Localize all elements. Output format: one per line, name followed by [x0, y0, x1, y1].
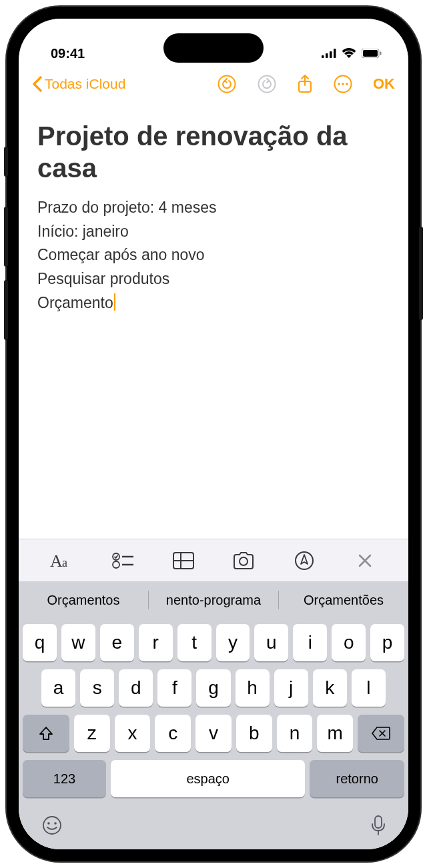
svg-point-12 — [342, 83, 344, 85]
text-cursor — [114, 293, 116, 311]
note-line[interactable]: Início: janeiro — [37, 220, 390, 244]
svg-point-13 — [346, 83, 348, 85]
key-t[interactable]: t — [177, 624, 211, 661]
svg-rect-5 — [363, 50, 378, 57]
svg-rect-28 — [375, 816, 382, 828]
svg-rect-1 — [326, 53, 328, 58]
key-i[interactable]: i — [293, 624, 327, 661]
status-time: 09:41 — [51, 46, 85, 61]
svg-point-18 — [113, 561, 119, 568]
nav-icons: OK — [217, 74, 395, 94]
phone-screen: 09:41 Todas iCloud — [19, 19, 408, 849]
note-editor[interactable]: Projeto de renovação da casa Prazo do pr… — [19, 103, 408, 539]
key-u[interactable]: u — [254, 624, 288, 661]
key-k[interactable]: k — [313, 669, 347, 707]
svg-rect-0 — [322, 55, 324, 58]
note-line[interactable]: Pesquisar produtos — [37, 267, 390, 291]
note-body[interactable]: Prazo do projeto: 4 meses Início: janeir… — [37, 196, 390, 315]
checklist-button[interactable] — [106, 552, 139, 569]
key-l[interactable]: l — [352, 669, 386, 707]
key-n[interactable]: n — [277, 715, 313, 752]
dynamic-island — [163, 33, 264, 63]
key-q[interactable]: q — [23, 624, 57, 661]
navigation-bar: Todas iCloud OK — [19, 65, 408, 103]
note-line[interactable]: Orçamento — [37, 291, 390, 315]
key-row-3: z x c v b n m — [23, 715, 404, 752]
text-format-button[interactable]: Aa — [45, 552, 79, 569]
close-toolbar-button[interactable] — [348, 553, 382, 568]
key-v[interactable]: v — [195, 715, 232, 752]
key-c[interactable]: c — [155, 715, 191, 752]
key-m[interactable]: m — [317, 715, 353, 752]
keyboard-bottom-row — [23, 805, 404, 843]
markup-button[interactable] — [288, 551, 321, 571]
suggestion-3[interactable]: Orçamentões — [279, 593, 408, 608]
camera-button[interactable] — [227, 552, 260, 569]
phone-frame: 09:41 Todas iCloud — [7, 7, 420, 861]
back-button[interactable]: Todas iCloud — [32, 76, 125, 92]
dictation-button[interactable] — [371, 815, 386, 839]
cellular-signal-icon — [322, 46, 336, 61]
key-row-2: a s d f g h j k l — [23, 669, 404, 707]
key-d[interactable]: d — [119, 669, 153, 707]
key-row-4: 123 espaço retorno — [23, 760, 404, 797]
key-a[interactable]: a — [41, 669, 75, 707]
key-e[interactable]: e — [100, 624, 134, 661]
key-o[interactable]: o — [332, 624, 366, 661]
battery-icon — [362, 46, 382, 61]
keyboard: q w e r t y u i o p a s d f g h j k l — [19, 619, 408, 849]
key-j[interactable]: j — [274, 669, 308, 707]
return-key[interactable]: retorno — [310, 760, 404, 797]
suggestion-1[interactable]: Orçamentos — [19, 593, 148, 608]
svg-point-11 — [338, 83, 340, 85]
space-key[interactable]: espaço — [111, 760, 306, 797]
key-g[interactable]: g — [196, 669, 230, 707]
key-w[interactable]: w — [61, 624, 95, 661]
emoji-button[interactable] — [41, 815, 63, 839]
volume-down-button — [4, 280, 8, 340]
key-y[interactable]: y — [216, 624, 250, 661]
svg-point-26 — [47, 822, 50, 825]
note-line[interactable]: Começar após ano novo — [37, 243, 390, 267]
svg-text:a: a — [62, 556, 67, 569]
redo-button — [257, 74, 277, 94]
done-button[interactable]: OK — [373, 75, 395, 93]
svg-point-25 — [43, 817, 61, 834]
svg-point-23 — [240, 557, 248, 565]
suggestion-2[interactable]: nento-programa — [149, 593, 278, 608]
format-toolbar: Aa — [19, 539, 408, 581]
shift-icon — [38, 725, 54, 741]
back-label: Todas iCloud — [45, 76, 125, 92]
predictive-text-bar: Orçamentos nento-programa Orçamentões — [19, 581, 408, 619]
shift-key[interactable] — [23, 715, 69, 752]
key-z[interactable]: z — [74, 715, 110, 752]
note-line[interactable]: Prazo do projeto: 4 meses — [37, 196, 390, 220]
svg-rect-6 — [380, 52, 382, 55]
numbers-key[interactable]: 123 — [23, 760, 106, 797]
key-row-1: q w e r t y u i o p — [23, 624, 404, 661]
backspace-icon — [372, 727, 390, 740]
key-s[interactable]: s — [80, 669, 114, 707]
status-icons — [322, 46, 382, 61]
svg-point-27 — [54, 822, 57, 825]
undo-button[interactable] — [217, 74, 237, 94]
power-button — [419, 227, 423, 320]
table-button[interactable] — [167, 552, 200, 569]
svg-text:A: A — [50, 552, 63, 569]
mute-switch — [4, 147, 8, 177]
chevron-left-icon — [32, 76, 42, 92]
svg-rect-2 — [330, 51, 332, 58]
key-r[interactable]: r — [139, 624, 173, 661]
key-x[interactable]: x — [115, 715, 151, 752]
key-b[interactable]: b — [236, 715, 272, 752]
more-button[interactable] — [333, 74, 353, 94]
share-button[interactable] — [297, 74, 313, 94]
key-h[interactable]: h — [236, 669, 270, 707]
svg-rect-3 — [334, 49, 336, 58]
key-f[interactable]: f — [157, 669, 191, 707]
backspace-key[interactable] — [358, 715, 404, 752]
key-p[interactable]: p — [370, 624, 404, 661]
volume-up-button — [4, 207, 8, 267]
wifi-icon — [342, 46, 356, 61]
note-title[interactable]: Projeto de renovação da casa — [37, 120, 390, 184]
